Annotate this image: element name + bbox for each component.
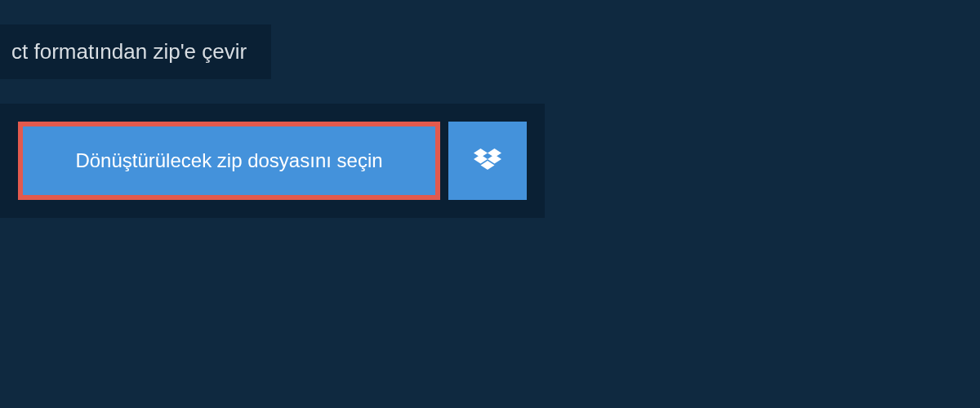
tab-convert-ct-to-zip[interactable]: ct formatından zip'e çevir <box>0 24 271 79</box>
select-file-button[interactable]: Dönüştürülecek zip dosyasını seçin <box>18 122 440 200</box>
select-file-button-label: Dönüştürülecek zip dosyasını seçin <box>75 149 382 172</box>
tab-label: ct formatından zip'e çevir <box>11 39 247 64</box>
dropbox-icon <box>474 149 501 173</box>
dropbox-button[interactable] <box>448 122 527 200</box>
file-select-panel: Dönüştürülecek zip dosyasını seçin <box>0 104 545 218</box>
